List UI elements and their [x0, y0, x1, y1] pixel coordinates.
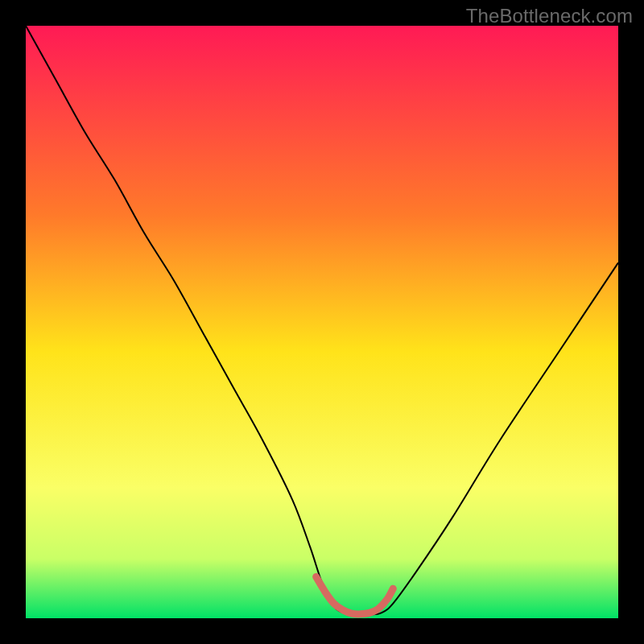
- bottleneck-chart: [0, 0, 644, 644]
- attribution-text: TheBottleneck.com: [466, 5, 633, 27]
- chart-frame: TheBottleneck.com: [0, 0, 644, 644]
- chart-gradient-bg: [26, 26, 618, 618]
